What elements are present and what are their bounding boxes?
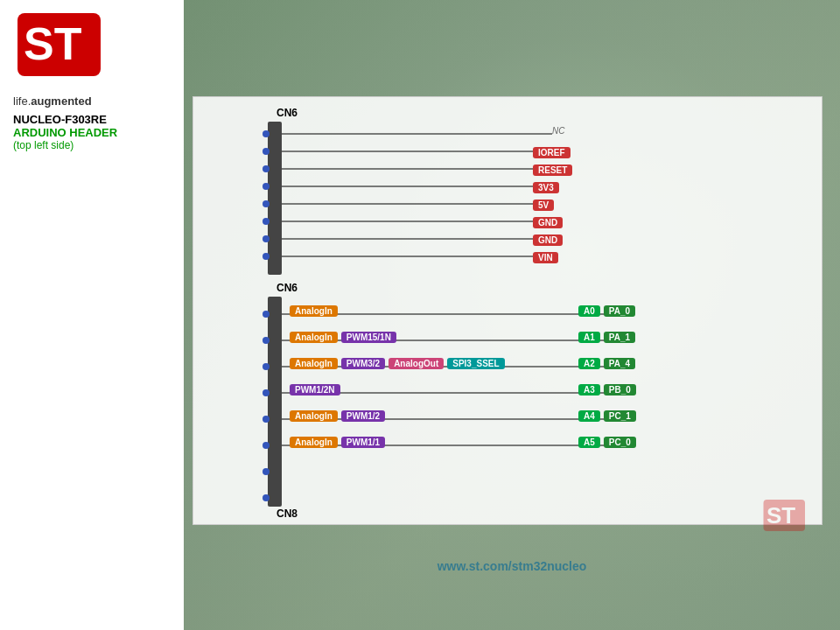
pin-dot-a0 <box>262 311 270 318</box>
row-a4: AnalogIn PWM1/2 <box>290 410 385 422</box>
website-watermark: www.st.com/stm32nucleo <box>438 559 587 573</box>
pin-dot-3 <box>262 165 270 172</box>
connector-strip-top <box>268 122 282 275</box>
row-a3: PWM1/2N <box>290 384 340 396</box>
row-a1: AnalogIn PWM15/1N <box>290 332 396 343</box>
ioref-badge: IOREF <box>533 144 570 159</box>
reset-badge: RESET <box>533 161 572 177</box>
row-a4-right: A4 PC_1 <box>578 410 636 422</box>
logo-tagline: life.augmented <box>13 94 171 108</box>
diagram-overlay: CN6 <box>192 96 822 525</box>
logo-life: life <box>13 94 28 108</box>
main-diagram-area: CN6 <box>184 0 840 630</box>
row-a1-right: A1 PA_1 <box>578 332 635 343</box>
connector-strip-bottom <box>268 297 282 507</box>
pin-dot-a4 <box>262 416 270 423</box>
svg-text:ST: ST <box>766 502 795 528</box>
5v-badge: 5V <box>533 196 554 212</box>
pin-dot-a2 <box>262 363 270 370</box>
3v3-badge: 3V3 <box>533 178 559 194</box>
pin-dot-a6 <box>262 468 270 475</box>
svg-text:ST: ST <box>24 18 82 69</box>
nc-badge: NC <box>552 126 564 136</box>
sidebar: ST life.augmented NUCLEO-F303RE ARDUINO … <box>0 0 184 630</box>
pin-dot-a1 <box>262 337 270 344</box>
pin-dot-8 <box>262 253 270 260</box>
pin-dot-6 <box>262 218 270 225</box>
board-name: NUCLEO-F303RE <box>13 113 171 126</box>
vin-badge: VIN <box>533 248 558 264</box>
row-a0-right: A0 PA_0 <box>578 305 635 317</box>
st-logo: ST <box>13 9 118 88</box>
row-a5-right: A5 PC_0 <box>578 437 636 448</box>
st-board-logo: ST <box>761 495 814 542</box>
cn8-label: CN8 <box>276 508 298 520</box>
pin-dot-a7 <box>262 494 270 501</box>
gnd2-badge: GND <box>533 231 563 247</box>
pin-dot-5 <box>262 200 270 207</box>
row-a0: AnalogIn <box>290 305 338 317</box>
pin-dot-4 <box>262 183 270 190</box>
header-sub: (top left side) <box>13 139 171 151</box>
logo-augmented: augmented <box>31 94 91 108</box>
cn8-top-label: CN6 <box>276 282 298 294</box>
row-a2: AnalogIn PWM3/2 AnalogOut SPI3_SSEL <box>290 358 505 369</box>
pin-dot-a5 <box>262 442 270 449</box>
pin-dot-2 <box>262 148 270 155</box>
row-a5: AnalogIn PWM1/1 <box>290 437 385 448</box>
row-a2-right: A2 PA_4 <box>578 358 635 369</box>
header-title: ARDUINO HEADER <box>13 126 171 139</box>
pin-dot-1 <box>262 130 270 137</box>
pin-dot-7 <box>262 235 270 242</box>
gnd1-badge: GND <box>533 214 563 229</box>
row-a3-right: A3 PB_0 <box>578 384 636 396</box>
pin-dot-a3 <box>262 389 270 396</box>
diagram-svg: CN6 <box>193 97 823 526</box>
cn6-label: CN6 <box>276 107 298 119</box>
